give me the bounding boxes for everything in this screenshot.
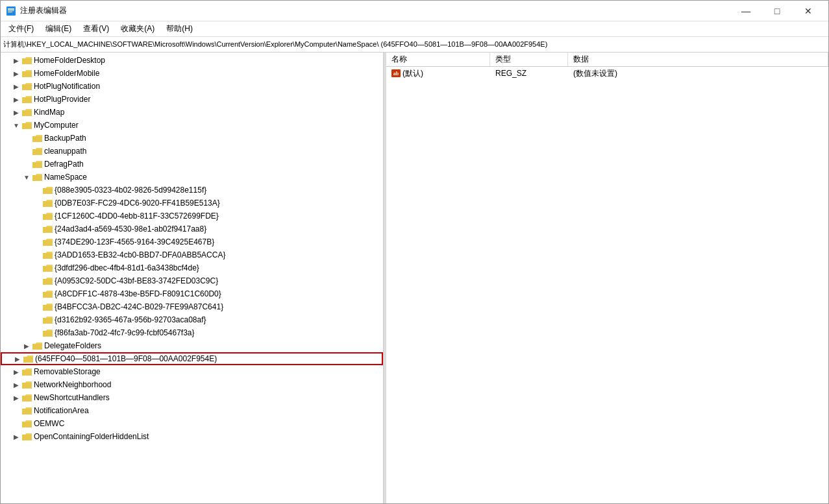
expander-icon bbox=[21, 135, 32, 142]
expander-icon bbox=[11, 420, 21, 427]
folder-icon bbox=[21, 55, 32, 66]
expander-icon bbox=[32, 265, 42, 272]
tree-label: DefragPath bbox=[44, 160, 84, 169]
folder-icon bbox=[21, 431, 32, 442]
minimize-button[interactable]: — bbox=[731, 1, 761, 21]
tree-item-newshortcuthandlers[interactable]: ▶ NewShortcutHandlers bbox=[1, 391, 383, 404]
expander-icon bbox=[32, 330, 42, 337]
maximize-button[interactable]: □ bbox=[762, 1, 792, 21]
tree-item-guid-3dfd[interactable]: {3dfdf296-dbec-4fb4-81d1-6a3438bcf4de} bbox=[1, 261, 383, 274]
tree-label: {24ad3ad4-a569-4530-98e1-ab02f9417aa8} bbox=[55, 224, 206, 234]
folder-icon bbox=[42, 237, 53, 247]
tree-item-cleanuppath[interactable]: cleanuppath bbox=[1, 145, 383, 158]
address-path: HKEY_LOCAL_MACHINE\SOFTWARE\Microsoft\Wi… bbox=[27, 40, 547, 48]
folder-icon bbox=[21, 107, 32, 117]
expander-icon bbox=[32, 291, 42, 298]
right-panel: 名称 类型 数据 ab (默认) REG_SZ (数值未设置) bbox=[386, 53, 828, 503]
folder-icon bbox=[21, 366, 32, 377]
folder-icon bbox=[42, 289, 53, 299]
folder-icon bbox=[21, 418, 32, 429]
tree-label: KindMap bbox=[34, 108, 64, 117]
svg-rect-1 bbox=[8, 8, 14, 10]
tree-item-mycomputer[interactable]: ▼ MyComputer bbox=[1, 119, 383, 132]
tree-item-guid-3add[interactable]: {3ADD1653-EB32-4cb0-BBD7-DFA0ABB5ACCA} bbox=[1, 248, 383, 261]
svg-rect-3 bbox=[8, 12, 12, 12]
column-header-name[interactable]: 名称 bbox=[386, 53, 490, 66]
title-bar: 注册表编辑器 — □ ✕ bbox=[1, 1, 828, 21]
tree-label: OpenContainingFolderHiddenList bbox=[34, 432, 149, 441]
value-type-cell: REG_SZ bbox=[490, 69, 568, 78]
expander-icon: ▶ bbox=[21, 342, 32, 350]
tree-item-hotplugprovider[interactable]: ▶ HotPlugProvider bbox=[1, 93, 383, 106]
tree-label: NameSpace bbox=[44, 173, 87, 182]
tree-item-guid-d316[interactable]: {d3162b92-9365-467a-956b-92703aca08af} bbox=[1, 313, 383, 326]
expander-icon bbox=[32, 252, 42, 259]
tree-item-guid-1cf1[interactable]: {1CF1260C-4DD0-4ebb-811F-33C572699FDE} bbox=[1, 210, 383, 222]
folder-icon bbox=[21, 68, 32, 78]
expander-icon bbox=[32, 239, 42, 246]
tree-item-guid-f86f[interactable]: {f86fa3ab-70d2-4fc7-9c99-fcbf05467f3a} bbox=[1, 326, 383, 339]
menu-file[interactable]: 文件(F) bbox=[3, 22, 39, 36]
expander-icon bbox=[21, 148, 32, 155]
tree-label: HomeFolderMobile bbox=[34, 69, 99, 78]
registry-editor-window: 注册表编辑器 — □ ✕ 文件(F) 编辑(E) 查看(V) 收藏夹(A) 帮助… bbox=[0, 0, 829, 504]
expander-icon: ▶ bbox=[11, 83, 21, 90]
expander-icon: ▼ bbox=[11, 122, 21, 129]
tree-item-guid-b4bf[interactable]: {B4BFCC3A-DB2C-424C-B029-7FE99A87C641} bbox=[1, 300, 383, 313]
tree-label: {1CF1260C-4DD0-4ebb-811F-33C572699FDE} bbox=[55, 211, 219, 221]
tree-item-guid-374d[interactable]: {374DE290-123F-4565-9164-39C4925E467B} bbox=[1, 235, 383, 248]
tree-label: {0DB7E03F-FC29-4DC6-9020-FF41B59E513A} bbox=[55, 198, 220, 208]
expander-icon bbox=[32, 200, 42, 207]
tree-item-notificationarea[interactable]: NotificationArea bbox=[1, 404, 383, 417]
expander-icon bbox=[21, 161, 32, 168]
main-content: ▶ HomeFolderDesktop ▶ HomeFolderMobile ▶ bbox=[1, 53, 828, 503]
tree-item-namespace[interactable]: ▼ NameSpace bbox=[1, 171, 383, 184]
tree-item-guid-a8cd[interactable]: {A8CDFF1C-4878-43be-B5FD-F8091C1C60D0} bbox=[1, 287, 383, 300]
folder-icon bbox=[42, 302, 53, 312]
tree-label: NetworkNeighborhood bbox=[34, 380, 111, 389]
tree-label: DelegateFolders bbox=[44, 341, 101, 350]
tree-item-homefolderdesktop[interactable]: ▶ HomeFolderDesktop bbox=[1, 54, 383, 67]
menu-help[interactable]: 帮助(H) bbox=[161, 22, 198, 36]
tree-label: NotificationArea bbox=[34, 406, 89, 415]
tree-item-hotplugnotification[interactable]: ▶ HotPlugNotification bbox=[1, 80, 383, 93]
tree-item-backuppath[interactable]: BackupPath bbox=[1, 132, 383, 145]
column-header-data[interactable]: 数据 bbox=[568, 53, 828, 66]
tree-item-645ffo40[interactable]: ▶ (645FFO40—5081—101B—9F08—00AA002F954E) bbox=[1, 352, 383, 365]
folder-icon bbox=[23, 354, 33, 364]
tree-item-oemwc[interactable]: OEMWC bbox=[1, 417, 383, 430]
folder-icon bbox=[32, 341, 42, 351]
tree-item-guid-088e[interactable]: {088e3905-0323-4b02-9826-5d99428e115f} bbox=[1, 184, 383, 197]
tree-label: {3ADD1653-EB32-4cb0-BBD7-DFA0ABB5ACCA} bbox=[55, 250, 225, 259]
tree-item-networkneighborhood[interactable]: ▶ NetworkNeighborhood bbox=[1, 378, 383, 391]
tree-item-guid-24ad[interactable]: {24ad3ad4-a569-4530-98e1-ab02f9417aa8} bbox=[1, 222, 383, 235]
expander-icon: ▼ bbox=[21, 174, 32, 181]
tree-item-removablestorage[interactable]: ▶ RemovableStorage bbox=[1, 365, 383, 378]
folder-icon bbox=[42, 211, 53, 221]
registry-values[interactable]: ab (默认) REG_SZ (数值未设置) bbox=[386, 67, 828, 503]
title-bar-left: 注册表编辑器 bbox=[6, 5, 67, 16]
menu-edit[interactable]: 编辑(E) bbox=[40, 22, 77, 36]
tree-item-opencontainingfolderhiddenlist[interactable]: ▶ OpenContainingFolderHiddenList bbox=[1, 430, 383, 443]
menu-view[interactable]: 查看(V) bbox=[78, 22, 114, 36]
value-name: (默认) bbox=[402, 68, 423, 79]
tree-item-homefoldermobile[interactable]: ▶ HomeFolderMobile bbox=[1, 67, 383, 80]
tree-item-defragpath[interactable]: DefragPath bbox=[1, 158, 383, 171]
address-text: 计算机\HKEY_LOCAL_MACHINE\SOFTWARE\Microsof… bbox=[3, 40, 547, 49]
expander-icon: ▶ bbox=[11, 433, 21, 440]
column-header-type[interactable]: 类型 bbox=[490, 53, 568, 66]
tree-item-guid-a095[interactable]: {A0953C92-50DC-43bf-BE83-3742FED03C9C} bbox=[1, 274, 383, 287]
folder-icon bbox=[21, 392, 32, 403]
menu-favorites[interactable]: 收藏夹(A) bbox=[116, 22, 160, 36]
close-button[interactable]: ✕ bbox=[793, 1, 823, 21]
expander-icon bbox=[32, 226, 42, 233]
registry-value-row[interactable]: ab (默认) REG_SZ (数值未设置) bbox=[386, 67, 828, 80]
expander-icon bbox=[11, 407, 21, 414]
tree-panel[interactable]: ▶ HomeFolderDesktop ▶ HomeFolderMobile ▶ bbox=[1, 53, 384, 503]
tree-item-guid-0db7[interactable]: {0DB7E03F-FC29-4DC6-9020-FF41B59E513A} bbox=[1, 197, 383, 210]
tree-item-delegatefolders[interactable]: ▶ DelegateFolders bbox=[1, 339, 383, 352]
expander-icon bbox=[32, 213, 42, 220]
tree-label: {B4BFCC3A-DB2C-424C-B029-7FE99A87C641} bbox=[55, 302, 223, 311]
folder-icon-open bbox=[32, 172, 42, 182]
tree-item-kindmap[interactable]: ▶ KindMap bbox=[1, 106, 383, 119]
